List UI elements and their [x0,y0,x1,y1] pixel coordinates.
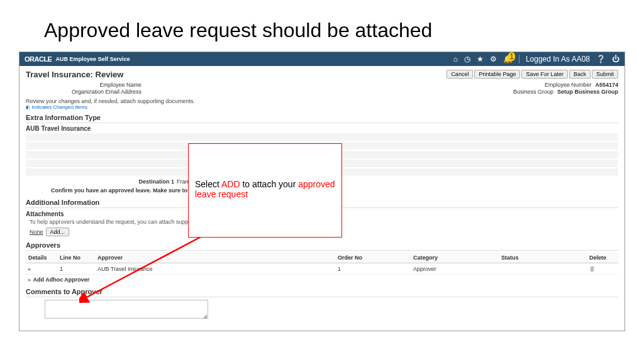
power-icon[interactable]: ⏻ [612,55,619,63]
instruction-callout: Select ADD to attach your approved leave… [188,143,342,238]
add-adhoc-approver[interactable]: Add Adhoc Approver [28,277,618,283]
cell-order: 1 [335,263,411,275]
gear-icon[interactable]: ⚙ [490,55,497,63]
star-icon[interactable]: ★ [477,55,484,63]
logged-in-text: Logged In As AA08 [526,55,590,63]
col-approver: Approver [95,253,335,263]
emp-group-value: Setup Business Group [557,89,618,95]
submit-button[interactable]: Submit [592,70,618,79]
col-order: Order No [335,253,411,263]
notification-badge: 1 [508,52,515,61]
review-instructions: Review your changes and, if needed, atta… [26,98,618,104]
destination-label: Destination 1 [26,178,177,185]
col-line: Line No [57,253,95,263]
extra-info-heading: Extra Information Type [26,114,618,123]
printable-button[interactable]: Printable Page [474,70,520,79]
col-category: Category [411,253,499,263]
emp-number-label: Employee Number [545,82,596,88]
slide-title: Approved leave request should be attache… [0,0,644,52]
indicates-changed: Indicates Changed Items. [26,104,618,110]
header-icons: ⌂ ◷ ★ ⚙ 🔔1 Logged In As AA08 ❔ ⏻ [453,55,619,63]
approvers-table: Details Line No Approver Order No Catego… [26,253,618,275]
help-icon[interactable]: ❔ [596,55,606,63]
emp-group-label: Business Group [513,89,557,95]
app-frame: ORACLE AUB Employee Self Service ⌂ ◷ ★ ⚙… [19,52,625,331]
cancel-button[interactable]: Cancel [447,70,473,79]
cell-line: 1 [57,263,95,275]
emp-number-value: A554174 [595,82,618,88]
clock-icon[interactable]: ◷ [464,55,470,63]
approvers-heading: Approvers [26,241,618,251]
col-status: Status [499,253,587,263]
action-buttons: Cancel Printable Page Save For Later Bac… [447,70,618,79]
home-icon[interactable]: ⌂ [453,55,458,63]
app-name: AUB Employee Self Service [55,56,130,62]
comments-heading: Comments to Approver [26,288,618,297]
cell-status [499,263,587,275]
emp-email-label: Organization Email Address [26,89,145,95]
expand-icon[interactable]: ▸ [28,266,31,272]
delete-icon[interactable]: 🗑 [589,265,596,272]
employee-info: Employee Name Organization Email Address… [26,82,618,96]
col-delete: Delete [587,253,618,263]
comments-textarea[interactable] [45,300,208,319]
aub-travel-heading: AUB Travel Insurance [26,125,618,132]
back-button[interactable]: Back [569,70,591,79]
oracle-header: ORACLE AUB Employee Self Service ⌂ ◷ ★ ⚙… [19,52,625,66]
cell-approver: AUB Travel Insurance [95,263,335,275]
page-title: Travel Insurance: Review [26,70,123,79]
col-details: Details [26,253,57,263]
table-row: ▸ 1 AUB Travel Insurance 1 Approver 🗑 [26,263,618,275]
cell-category: Approver [411,263,499,275]
add-attachment-button[interactable]: Add... [46,228,70,236]
save-button[interactable]: Save For Later [521,70,568,79]
emp-name-label: Employee Name [26,82,145,88]
oracle-logo: ORACLE [25,55,52,63]
bell-icon[interactable]: 🔔1 [503,55,513,63]
attachments-none-link[interactable]: None [30,229,43,235]
